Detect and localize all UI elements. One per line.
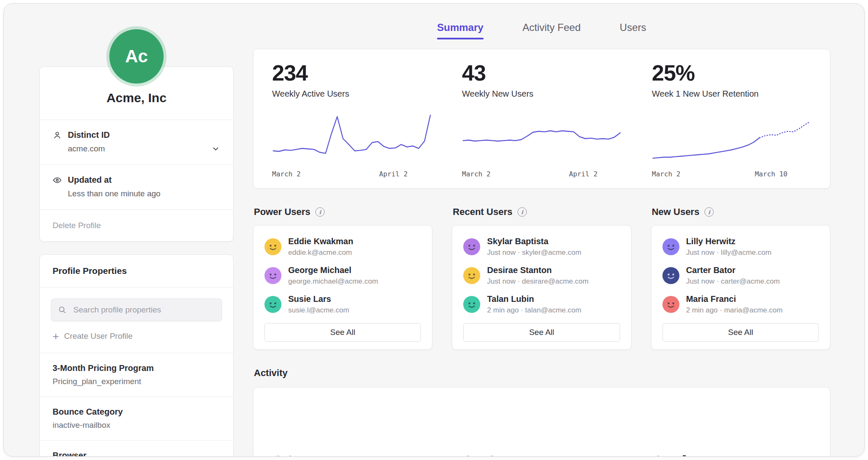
activity-stat-value: 240 [462,451,621,457]
profile-tabs: Summary Activity Feed Users [253,22,830,39]
face-icon [264,238,281,255]
info-icon[interactable]: i [517,207,527,217]
user-list-item[interactable]: George Michael george.michael@acme.com [264,265,421,286]
new-users-title: New Users [652,206,700,217]
person-icon [53,131,62,140]
user-meta: george.michael@acme.com [288,277,378,286]
x-tick: April 2 [569,170,598,178]
property-value: Pricing_plan_experiment [53,377,220,386]
user-list-item[interactable]: Lilly Herwitz Just now · lilly@acme.com [662,237,819,257]
property-row-pricing-program[interactable]: 3-Month Pricing Program Pricing_plan_exp… [40,353,233,396]
property-name: 3-Month Pricing Program [53,363,220,373]
user-text: George Michael george.michael@acme.com [288,265,378,286]
search-input[interactable] [51,298,222,321]
see-all-button[interactable]: See All [264,323,421,342]
see-all-button[interactable]: See All [662,323,819,342]
distinct-id-row: Distinct ID acme.com [40,120,233,165]
user-name: Talan Lubin [487,294,581,304]
profile-properties-title: Profile Properties [40,255,233,287]
user-meta: eddie.k@acme.com [288,248,353,257]
user-meta: 2 min ago · talan@acme.com [487,306,581,315]
x-axis-ticks: March 2 April 2 [272,170,431,178]
x-tick: March 2 [652,170,680,178]
chevron-down-icon[interactable] [211,144,220,153]
tab-summary[interactable]: Summary [437,22,483,39]
user-name: George Michael [288,265,378,275]
power-users-card: Eddie Kwakman eddie.k@acme.com George Mi… [253,225,432,350]
user-avatar [662,238,679,255]
company-avatar: Ac [109,29,164,84]
distinct-id-value-row: acme.com [68,144,220,153]
app-frame: Ac Acme, Inc Distinct ID acme.com [3,3,865,457]
face-icon [463,238,480,255]
face-icon [662,296,679,313]
stat-weekly-new-users: 43 Weekly New Users March 2 April 2 [462,60,621,178]
stat-week1-retention: 25% Week 1 New User Retention March 2 Ma… [652,60,811,178]
summary-stats-grid: 234 Weekly Active Users March 2 April 2 … [272,60,811,178]
user-text: Skylar Baptista Just now · skyler@acme.c… [487,237,581,257]
activity-title: Activity [254,368,830,379]
new-users-header: New Users i [652,206,830,217]
face-icon [264,267,281,284]
user-text: Eddie Kwakman eddie.k@acme.com [288,237,353,257]
updated-at-value: Less than one minute ago [68,189,161,198]
power-users-header: Power Users i [254,206,432,217]
user-avatar [463,238,480,255]
user-list-item[interactable]: Carter Bator Just now · carter@acme.com [662,265,819,286]
face-icon [662,238,679,255]
user-avatar [264,296,281,313]
delete-profile-button[interactable]: Delete Profile [40,210,233,241]
face-icon [463,296,480,313]
stat-value: 43 [462,60,621,86]
x-tick: March 2 [462,170,490,178]
stat-label: Weekly New Users [462,89,621,99]
x-tick: April 2 [379,170,408,178]
create-user-profile-button[interactable]: + Create User Profile [53,331,220,342]
user-text: Talan Lubin 2 min ago · talan@acme.com [487,294,581,315]
info-icon[interactable]: i [315,207,325,217]
user-name: Eddie Kwakman [288,237,353,246]
user-meta: 2 min ago · maria@acme.com [686,306,783,315]
property-row-browser[interactable]: Browser Chrome [40,440,233,457]
user-name: Maria Franci [686,294,783,304]
tab-users[interactable]: Users [620,22,646,39]
updated-at-row: Updated at Less than one minute ago [40,165,233,210]
stat-label: Weekly Active Users [272,89,431,99]
property-row-bounce-category[interactable]: Bounce Category inactive-mailbox [40,396,233,440]
user-name: Skylar Baptista [487,237,581,246]
tab-activity-feed[interactable]: Activity Feed [523,22,581,39]
user-text: Carter Bator Just now · carter@acme.com [686,265,780,286]
updated-at-header: Updated at [53,175,220,185]
user-text: Susie Lars susie.l@acme.com [288,294,349,315]
updated-at-value-row: Less than one minute ago [68,189,220,198]
face-icon [264,296,281,313]
week1-retention-chart [652,112,811,166]
stat-label: Week 1 New User Retention [652,89,811,99]
user-list-item[interactable]: Desirae Stanton Just now · desirare@acme… [463,265,620,286]
stat-value: 25% [652,60,811,86]
x-axis-ticks: March 2 April 2 [462,170,621,178]
plus-icon: + [53,331,59,342]
see-all-button[interactable]: See All [463,323,620,342]
user-list-item[interactable]: Skylar Baptista Just now · skyler@acme.c… [463,237,620,257]
user-avatar [463,267,480,284]
main-content: Summary Activity Feed Users 234 Weekly A… [253,21,830,457]
recent-users-title: Recent Users [453,206,512,217]
recent-users-card: Skylar Baptista Just now · skyler@acme.c… [452,225,631,350]
user-name: Lilly Herwitz [686,237,771,246]
user-list-item[interactable]: Susie Lars susie.l@acme.com [264,294,421,315]
user-text: Desirae Stanton Just now · desirare@acme… [487,265,588,286]
info-icon[interactable]: i [704,207,714,217]
user-list-item[interactable]: Maria Franci 2 min ago · maria@acme.com [662,294,819,315]
user-avatar [264,238,281,255]
user-name: Desirae Stanton [487,265,588,275]
user-list-item[interactable]: Eddie Kwakman eddie.k@acme.com [264,237,421,257]
profile-properties-search [51,298,222,321]
x-tick: March 2 [272,170,300,178]
distinct-id-header: Distinct ID [53,130,220,140]
user-list-item[interactable]: Talan Lubin 2 min ago · talan@acme.com [463,294,620,315]
recent-users-section: Recent Users i Skylar Baptista Just now … [452,206,631,350]
eye-icon [53,176,62,185]
user-name: Carter Bator [686,265,780,275]
user-meta: Just now · desirare@acme.com [487,277,588,286]
